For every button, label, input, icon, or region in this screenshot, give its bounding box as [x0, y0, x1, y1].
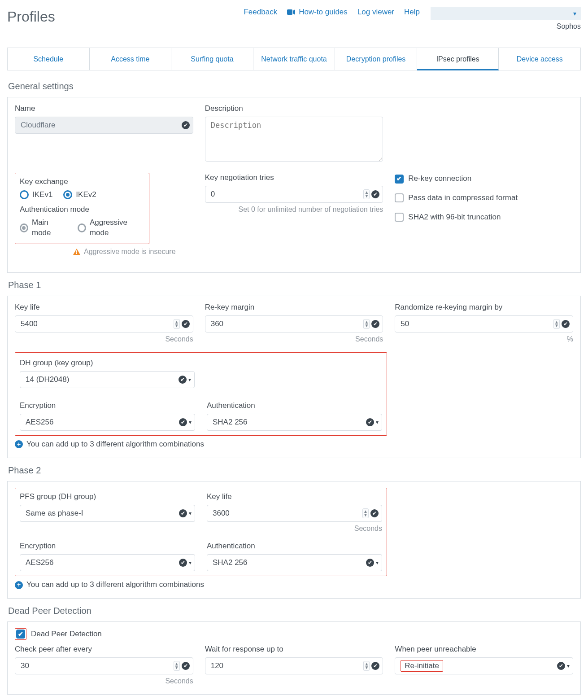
spinner-control[interactable]: ▲▼	[362, 508, 369, 518]
seconds-hint: Seconds	[15, 334, 193, 344]
phase2-algo-highlight: PFS group (DH group) ✔▾ Key life ▲▼ ✔ Se…	[15, 488, 387, 576]
check-icon: ✔	[562, 320, 570, 328]
p1-enc-label: Encryption	[20, 401, 195, 411]
log-viewer-link[interactable]: Log viewer	[357, 7, 394, 18]
tab-traffic-quota[interactable]: Network traffic quota	[253, 48, 335, 70]
main-mode-radio[interactable]: Main mode	[20, 218, 67, 238]
chevron-down-icon: ▾	[573, 9, 576, 18]
tab-decryption-profiles[interactable]: Decryption profiles	[335, 48, 417, 70]
p1-add-algo-hint[interactable]: + You can add up to 3 different algorith…	[15, 439, 573, 450]
p1-rekey-margin-label: Re-key margin	[205, 302, 383, 313]
check-icon: ✔	[182, 320, 190, 328]
dpd-action-value: Re-initiate	[401, 660, 443, 672]
spinner-control[interactable]: ▲▼	[363, 661, 370, 671]
sha2-96-checkbox[interactable]: SHA2 with 96-bit truncation	[395, 212, 573, 223]
p1-randomize-input[interactable]	[395, 315, 573, 332]
dropdown-icon: ✔▾	[179, 418, 192, 426]
p1-keylife-label: Key life	[15, 302, 193, 313]
plus-icon: +	[15, 581, 23, 589]
dropdown-icon: ✔▾	[179, 509, 192, 517]
help-link[interactable]: Help	[404, 7, 420, 18]
seconds-hint: Seconds	[205, 334, 383, 344]
p1-dh-select[interactable]	[20, 371, 195, 388]
dropdown-icon: ✔▾	[557, 662, 570, 670]
svg-rect-1	[76, 250, 77, 253]
p2-enc-select[interactable]	[20, 554, 195, 571]
compress-checkbox[interactable]: Pass data in compressed format	[395, 193, 573, 203]
section-title-general: General settings	[8, 80, 580, 92]
svg-rect-2	[76, 253, 77, 254]
svg-rect-0	[287, 9, 292, 15]
tab-device-access[interactable]: Device access	[499, 48, 580, 70]
feedback-link[interactable]: Feedback	[244, 7, 277, 18]
check-icon: ✔	[371, 190, 379, 198]
phase1-algo-highlight: DH group (key group) ✔▾ Encryption ✔▾ Au…	[15, 352, 387, 436]
check-icon: ✔	[370, 509, 379, 517]
dpd-wait-label: Wait for response up to	[205, 644, 383, 655]
dpd-action-select[interactable]: Re-initiate	[395, 657, 573, 674]
p2-add-algo-hint[interactable]: + You can add up to 3 different algorith…	[15, 580, 573, 590]
checkbox-checked-icon: ✔	[16, 630, 25, 639]
p2-auth-select[interactable]	[207, 554, 382, 571]
description-input[interactable]	[205, 117, 383, 162]
check-icon: ✔	[371, 662, 379, 670]
aggressive-mode-radio[interactable]: Aggressive mode	[78, 218, 144, 238]
tab-access-time[interactable]: Access time	[90, 48, 172, 70]
key-exchange-label: Key exchange	[20, 177, 144, 187]
dpd-panel: ✔ Dead Peer Detection Check peer after e…	[7, 621, 581, 695]
section-title-phase1: Phase 1	[8, 279, 580, 291]
spinner-control[interactable]: ▲▼	[363, 319, 370, 329]
section-title-dpd: Dead Peer Detection	[8, 605, 580, 617]
page-header: Profiles Feedback How-to guides Log view…	[7, 7, 581, 31]
p1-keylife-input[interactable]	[15, 315, 193, 332]
dpd-enable-label: Dead Peer Detection	[31, 629, 102, 639]
p2-keylife-input[interactable]	[207, 505, 382, 522]
key-neg-label: Key negotiation tries	[205, 173, 383, 183]
seconds-hint: Seconds	[207, 524, 382, 534]
howto-guides-link[interactable]: How-to guides	[287, 7, 348, 18]
howto-label: How-to guides	[299, 7, 348, 18]
key-neg-input[interactable]	[205, 186, 383, 203]
dpd-action-label: When peer unreachable	[395, 644, 573, 655]
p2-pfs-label: PFS group (DH group)	[20, 492, 195, 502]
p2-add-algo-text: You can add up to 3 different algorithm …	[26, 580, 204, 590]
ikev1-label: IKEv1	[32, 190, 52, 200]
ikev1-radio[interactable]: IKEv1	[20, 190, 52, 200]
header-links: Feedback How-to guides Log viewer Help	[244, 7, 420, 18]
auth-mode-label: Authentication mode	[20, 205, 144, 215]
p1-auth-select[interactable]	[207, 414, 382, 431]
ikev2-label: IKEv2	[76, 190, 96, 200]
p1-add-algo-text: You can add up to 3 different algorithm …	[26, 439, 204, 450]
tab-schedule[interactable]: Schedule	[8, 48, 90, 70]
p1-rekey-margin-input[interactable]	[205, 315, 383, 332]
p2-auth-label: Authentication	[207, 541, 382, 551]
tab-surfing-quota[interactable]: Surfing quota	[171, 48, 253, 70]
auth-mode-radio-group: Main mode Aggressive mode	[20, 218, 144, 238]
key-neg-hint: Set 0 for unlimited number of negotiatio…	[205, 205, 383, 214]
dpd-enable-checkbox[interactable]: ✔ Dead Peer Detection	[15, 628, 573, 640]
p1-enc-select[interactable]	[20, 414, 195, 431]
p2-enc-label: Encryption	[20, 541, 195, 551]
dpd-check-input[interactable]	[15, 657, 193, 674]
check-icon: ✔	[371, 320, 379, 328]
dpd-wait-input[interactable]	[205, 657, 383, 674]
name-label: Name	[15, 104, 193, 114]
sha2-96-label: SHA2 with 96-bit truncation	[408, 212, 501, 223]
compress-label: Pass data in compressed format	[408, 193, 518, 203]
p2-pfs-select[interactable]	[20, 505, 195, 522]
checkbox-unchecked-icon	[395, 193, 404, 202]
video-icon	[287, 9, 295, 15]
name-input[interactable]	[15, 117, 193, 134]
spinner-control[interactable]: ▲▼	[174, 319, 180, 329]
checkbox-unchecked-icon	[395, 213, 404, 222]
percent-hint: %	[395, 334, 573, 344]
section-title-phase2: Phase 2	[8, 464, 580, 477]
p1-randomize-label: Randomize re-keying margin by	[395, 302, 573, 313]
ikev2-radio[interactable]: IKEv2	[63, 190, 96, 200]
rekey-checkbox[interactable]: ✔ Re-key connection	[395, 174, 573, 184]
account-dropdown[interactable]: ▾	[431, 7, 581, 20]
spinner-control[interactable]: ▲▼	[174, 661, 180, 671]
spinner-control[interactable]: ▲▼	[363, 189, 370, 199]
spinner-control[interactable]: ▲▼	[553, 319, 560, 329]
tab-ipsec-profiles[interactable]: IPsec profiles	[417, 48, 499, 71]
